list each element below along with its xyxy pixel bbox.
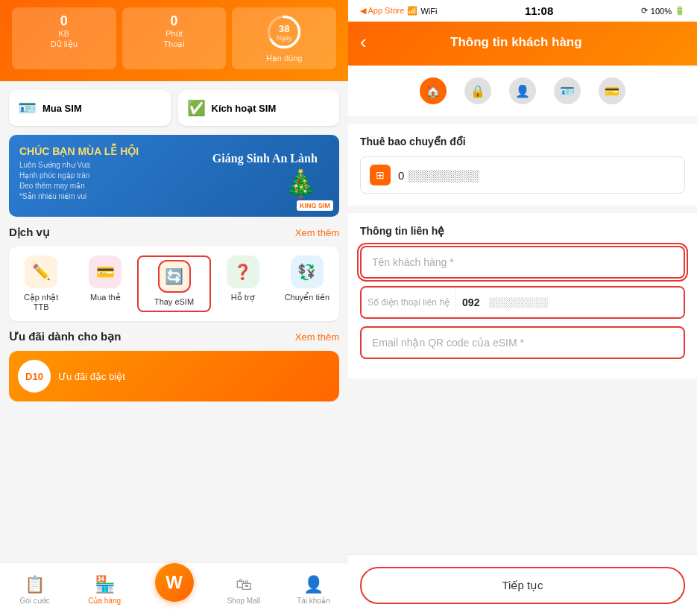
promo-header: Ưu đãi dành cho bạn Xem thêm [9, 330, 339, 343]
step-3-icon: 👤 [515, 84, 530, 98]
nav-home-btn[interactable]: W [155, 563, 194, 602]
stat-data-label: Dữ liệu [24, 39, 104, 49]
service-transfer-label: Chuyển tiền [285, 293, 329, 302]
step-2-icon: 🔒 [470, 84, 485, 98]
promo-card-text: Ưu đãi đặc biệt [58, 371, 125, 382]
banner-subtitle: Luôn Sướng như VuaHạnh phúc ngập trànĐeo… [19, 160, 189, 202]
service-esim-icon-wrap: 🔄 [158, 260, 191, 293]
contact-title: Thông tin liên hệ [360, 225, 685, 237]
promo-section: Ưu đãi dành cho bạn Xem thêm D10 Ưu đãi … [9, 330, 339, 401]
service-esim[interactable]: 🔄 Thay eSIM [137, 255, 210, 312]
step-indicators: 🏠 🔒 👤 🪪 💳 [348, 66, 697, 116]
banner-script: Giáng Sinh An Lành 🎄 [212, 152, 318, 200]
buy-sim-label: Mua SIM [42, 103, 82, 114]
step-5-icon: 💳 [605, 84, 619, 98]
nav-packages-label: Gói cước [20, 597, 50, 605]
service-buycard[interactable]: 💳 Mua thẻ [73, 255, 137, 312]
promo-badge: D10 [18, 360, 51, 393]
right-page-title: Thông tin khách hàng [376, 35, 657, 50]
nav-shopmall-icon: 🛍 [236, 575, 252, 594]
days-circle: 38 Ngày [265, 13, 303, 51]
nav-shopmall-label: Shop Mall [227, 597, 260, 605]
step-1-home[interactable]: 🏠 [420, 77, 447, 104]
rotation-icon: ⟳ [641, 6, 648, 16]
right-status-bar: ◀ App Store 📶 WiFi 11:08 ⟳ 100% 🔋 [348, 0, 697, 22]
service-transfer-icon: 💱 [297, 263, 316, 281]
service-update-icon: ✏️ [32, 263, 51, 281]
subscriber-phone-row: ⊞ 0 ░░░░░░░░░ [360, 156, 685, 194]
stat-voice-label: Thoại [134, 39, 215, 49]
status-time: 11:08 [525, 4, 553, 17]
subscriber-title: Thuê bao chuyển đổi [360, 136, 685, 147]
nav-home[interactable]: W [139, 574, 209, 606]
contact-section: Thông tin liên hệ Số điện thoại liên hệ … [348, 213, 697, 378]
banner-logo: KING SIM [297, 200, 333, 211]
services-section: Dịch vụ Xem thêm ✏️ Cập nhậtTTB 💳 Mua th… [9, 226, 339, 321]
contact-phone-input[interactable] [485, 288, 684, 317]
services-more[interactable]: Xem thêm [295, 227, 339, 238]
banner-left: CHÚC BẠN MÙA LỄ HỘI Luôn Sướng như VuaHạ… [19, 145, 189, 202]
nav-store[interactable]: 🏪 Cửa hàng [69, 571, 139, 609]
status-right: ⟳ 100% 🔋 [641, 6, 685, 16]
step-2-lock[interactable]: 🔒 [464, 77, 491, 104]
step-3-user[interactable]: 👤 [509, 77, 536, 104]
service-support-icon-wrap: ❓ [227, 255, 259, 288]
activate-sim-button[interactable]: ✅ Kích hoạt SIM [178, 90, 340, 126]
left-header: 0 KB Dữ liệu 0 Phút Thoại 38 [0, 0, 348, 81]
service-buycard-icon-wrap: 💳 [89, 255, 122, 288]
service-buycard-icon: 💳 [96, 263, 115, 281]
activate-sim-label: Kích hoạt SIM [212, 103, 277, 114]
subscriber-section: Thuê bao chuyển đổi ⊞ 0 ░░░░░░░░░ [348, 124, 697, 206]
service-transfer-icon-wrap: 💱 [291, 255, 324, 288]
services-grid: ✏️ Cập nhậtTTB 💳 Mua thẻ 🔄 Thay eSI [9, 247, 339, 321]
step-4-icon: 🪪 [560, 84, 575, 98]
days-unit: Ngày [277, 34, 292, 42]
email-input[interactable] [360, 326, 685, 359]
status-left: ◀ App Store 📶 WiFi [360, 6, 437, 16]
stats-row: 0 KB Dữ liệu 0 Phút Thoại 38 [12, 7, 336, 69]
customer-name-input[interactable] [360, 246, 685, 279]
days-circle-text: 38 Ngày [277, 23, 292, 42]
bottom-spacer [348, 386, 697, 401]
stat-voice: 0 Phút Thoại [122, 7, 227, 69]
nav-home-icon: W [165, 572, 183, 593]
right-panel: ◀ App Store 📶 WiFi 11:08 ⟳ 100% 🔋 ‹ Thôn… [348, 0, 697, 616]
wifi-icon: WiFi [420, 7, 437, 16]
service-support-icon: ❓ [233, 263, 252, 281]
service-transfer[interactable]: 💱 Chuyển tiền [275, 255, 339, 312]
app-store-back[interactable]: ◀ App Store [360, 6, 404, 16]
continue-label: Tiếp tục [502, 579, 543, 591]
days-value: 38 [277, 23, 292, 34]
step-1-icon: 🏠 [426, 84, 441, 98]
service-support-label: Hỗ trợ [231, 293, 255, 302]
right-header: ‹ Thông tin khách hàng [348, 22, 697, 66]
stat-data: 0 KB Dữ liệu [12, 7, 116, 69]
step-5-card[interactable]: 💳 [599, 77, 625, 104]
bottom-nav: 📋 Gói cước 🏪 Cửa hàng W 🛍 Shop Mall 👤 Tà… [0, 562, 348, 616]
phone-prefix-text: 092 [456, 288, 485, 317]
nav-account-icon: 👤 [303, 575, 324, 594]
nav-shopmall[interactable]: 🛍 Shop Mall [209, 571, 278, 609]
service-esim-label: Thay eSIM [154, 297, 194, 307]
nav-account[interactable]: 👤 Tài khoản [279, 571, 348, 609]
service-support[interactable]: ❓ Hỗ trợ [211, 255, 275, 312]
activate-sim-icon: ✅ [187, 99, 206, 117]
christmas-banner: CHÚC BẠN MÙA LỄ HỘI Luôn Sướng như VuaHạ… [9, 135, 339, 217]
contact-phone-row: Số điện thoại liên hệ 092 [360, 286, 685, 319]
buy-sim-button[interactable]: 🪪 Mua SIM [9, 90, 171, 126]
nav-store-label: Cửa hàng [88, 597, 121, 605]
step-4-id[interactable]: 🪪 [554, 77, 581, 104]
promo-title: Ưu đãi dành cho bạn [9, 330, 121, 343]
back-button[interactable]: ‹ [360, 31, 367, 54]
banner-title: CHÚC BẠN MÙA LỄ HỘI [19, 145, 189, 157]
nav-packages[interactable]: 📋 Gói cước [0, 571, 69, 609]
service-update[interactable]: ✏️ Cập nhậtTTB [9, 255, 73, 312]
continue-button[interactable]: Tiếp tục [360, 567, 685, 604]
nav-store-icon: 🏪 [95, 575, 115, 594]
battery-icon: 🔋 [675, 6, 685, 16]
promo-card[interactable]: D10 Ưu đãi đặc biệt [9, 351, 339, 401]
promo-more[interactable]: Xem thêm [295, 331, 339, 343]
buy-sim-icon: 🪪 [18, 99, 37, 117]
services-header: Dịch vụ Xem thêm [9, 226, 339, 239]
signal-icon: 📶 [407, 6, 417, 16]
